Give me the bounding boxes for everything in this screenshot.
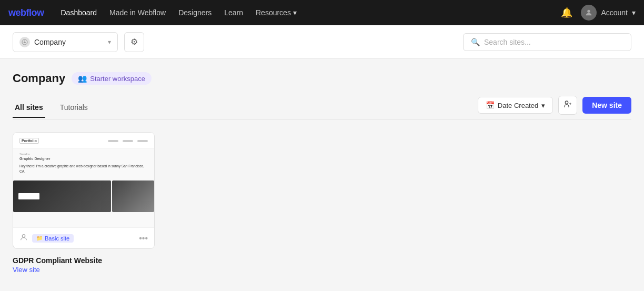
notification-bell-icon[interactable]: 🔔: [561, 7, 572, 18]
calendar-icon: 📅: [486, 101, 495, 109]
account-button[interactable]: Account ▾: [581, 5, 636, 21]
nav-designers[interactable]: Designers: [178, 8, 212, 17]
gear-icon: ⚙: [130, 37, 138, 47]
search-container: 🔍: [463, 33, 631, 51]
nav-made-in-webflow[interactable]: Made in Webflow: [109, 8, 166, 17]
nav-dot: [108, 140, 118, 142]
preview-nav-dots: [108, 140, 148, 142]
tab-all-sites[interactable]: All sites: [13, 98, 45, 118]
more-options-button[interactable]: •••: [139, 234, 148, 243]
view-site-link[interactable]: View site: [13, 266, 40, 274]
sort-button[interactable]: 📅 Date Created ▾: [478, 97, 553, 114]
workspace-badge: 👥 Starter workspace: [72, 72, 152, 85]
workspace-selector[interactable]: Company ▾: [13, 32, 118, 52]
settings-button[interactable]: ⚙: [124, 32, 144, 52]
nav-resources[interactable]: Resources ▾: [256, 8, 297, 17]
page-header: Company 👥 Starter workspace: [13, 72, 631, 85]
preview-url-bar: Portfolio: [19, 138, 148, 144]
workspace-icon: [19, 37, 30, 47]
preview-subtitle: Sandra: [19, 153, 148, 156]
svg-point-5: [22, 235, 25, 237]
tabs-row: All sites Tutorials 📅 Date Created ▾ New…: [13, 96, 631, 119]
site-card[interactable]: Portfolio Sandra Graphic Designer Hey th…: [13, 132, 155, 283]
main-content: Company 👥 Starter workspace All sites Tu…: [0, 59, 644, 283]
search-input[interactable]: [484, 38, 623, 46]
toolbar: Company ▾ ⚙ 🔍: [0, 25, 644, 59]
tab-tutorials[interactable]: Tutorials: [58, 98, 90, 118]
user-icon: [19, 233, 28, 243]
site-info: GDPR Compliant Website View site: [13, 249, 155, 283]
sort-chevron-icon: ▾: [541, 102, 545, 109]
search-icon: 🔍: [471, 38, 480, 46]
preview-image-right: [112, 180, 154, 212]
person-add-icon: [564, 100, 572, 111]
tabs-actions: 📅 Date Created ▾ New site: [478, 96, 631, 119]
preview-logo: Portfolio: [19, 138, 39, 144]
preview-image-left: [13, 180, 111, 212]
site-card-footer: 📁 Basic site •••: [13, 227, 154, 248]
plan-badge: 📁 Basic site: [32, 234, 74, 243]
nav-dashboard[interactable]: Dashboard: [61, 8, 97, 17]
preview-top-bar: Portfolio: [13, 133, 154, 148]
nav-learn[interactable]: Learn: [224, 8, 243, 17]
svg-point-2: [566, 101, 568, 104]
preview-images: [13, 180, 154, 212]
chevron-down-icon: ▾: [293, 8, 297, 17]
invite-button[interactable]: [558, 96, 577, 115]
site-preview: Portfolio Sandra Graphic Designer Hey th…: [13, 133, 154, 227]
workspace-chevron-icon: ▾: [108, 38, 111, 46]
workspace-name: Company: [34, 38, 104, 46]
sites-grid: Portfolio Sandra Graphic Designer Hey th…: [13, 132, 631, 283]
brand-logo[interactable]: webflow: [8, 7, 44, 18]
nav-right: 🔔 Account ▾: [561, 5, 636, 21]
topnav: webflow Dashboard Made in Webflow Design…: [0, 0, 644, 25]
site-name: GDPR Compliant Website: [13, 256, 155, 265]
nav-dot: [123, 140, 133, 142]
folder-icon: 📁: [36, 235, 43, 241]
users-icon: 👥: [78, 74, 87, 83]
avatar: [581, 5, 597, 21]
nav-dot: [137, 140, 148, 142]
new-site-button[interactable]: New site: [582, 97, 631, 114]
preview-description: Hey there! I'm a creative graphic and we…: [19, 164, 148, 174]
preview-role: Graphic Designer: [19, 157, 148, 160]
account-chevron-icon: ▾: [632, 8, 636, 17]
page-title: Company: [13, 72, 65, 85]
site-card-inner: Portfolio Sandra Graphic Designer Hey th…: [13, 132, 155, 249]
svg-point-0: [588, 10, 590, 13]
preview-content: Sandra Graphic Designer Hey there! I'm a…: [13, 148, 154, 178]
